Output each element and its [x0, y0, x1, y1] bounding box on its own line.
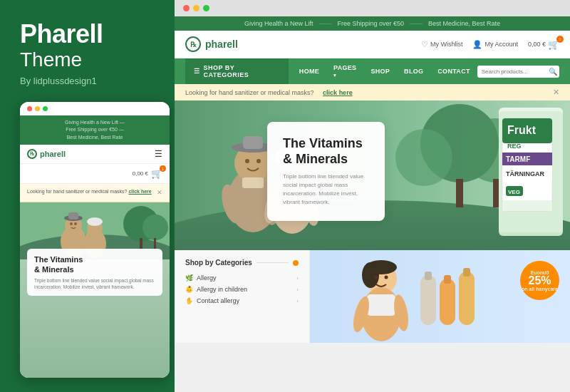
- user-icon: 👤: [472, 40, 482, 49]
- nav-categories-button[interactable]: ☰ SHOP BY CATEGORIES: [185, 58, 289, 84]
- cat-arrow-allergy: ›: [296, 275, 299, 282]
- mobile-mockup: Giving Health a New Lift — Free Shipping…: [20, 102, 170, 378]
- left-panel: Pharell Theme By lidplussdesign1 Giving …: [0, 0, 175, 392]
- mock-alert-link[interactable]: click here: [128, 189, 151, 194]
- desktop-mockup: Giving Health a New Lift —— Free Shippin…: [175, 0, 570, 392]
- desk-topbar-text1: Giving Health a New Lift: [244, 20, 314, 27]
- account-action[interactable]: 👤 My Account: [472, 40, 518, 49]
- cat-item-contact[interactable]: ✋ Contact allergy ›: [185, 295, 299, 306]
- svg-point-9: [70, 222, 73, 225]
- cat-title-line: [256, 262, 289, 263]
- mock-cart-row: 0,00 € 🛒 1: [20, 164, 170, 184]
- svg-point-60: [385, 276, 388, 279]
- nav-items: HOME PAGES ▾ SHOP BLOG CONTACT: [289, 58, 477, 84]
- mock-card-title: The Vitamins& Minerals: [34, 254, 155, 275]
- desk-alert-text: Looking for hand sanitizer or medical ma…: [185, 89, 314, 96]
- nav-blog[interactable]: BLOG: [397, 62, 430, 81]
- desk-dot-yellow: [193, 5, 200, 11]
- mock-alert-close-icon[interactable]: ✕: [157, 188, 162, 197]
- children-icon: 👶: [185, 286, 193, 293]
- svg-text:TARMF: TARMF: [506, 155, 530, 163]
- cat-arrow-contact: ›: [296, 298, 299, 304]
- promo-badge-percent: 25%: [528, 275, 551, 287]
- desktop-product-box: Frukt REG TARMF TÄRNINGAR VEG: [499, 108, 563, 236]
- desk-dot-green: [203, 5, 209, 11]
- svg-point-19: [395, 129, 452, 186]
- svg-text:REG: REG: [507, 143, 522, 150]
- svg-text:Frukt: Frukt: [507, 124, 537, 136]
- desk-alert-link[interactable]: click here: [323, 89, 353, 96]
- desktop-logo[interactable]: ℞ pharell: [185, 36, 238, 52]
- mock-header: ℞ pharell ☰: [20, 145, 170, 164]
- hamburger-icon: ☰: [194, 68, 200, 75]
- svg-point-28: [256, 159, 261, 163]
- heart-icon: ♡: [421, 40, 428, 49]
- cat-title-dot: [293, 260, 299, 266]
- cart-amount: 0,00 €: [528, 41, 546, 48]
- nav-shop[interactable]: SHOP: [363, 62, 397, 81]
- svg-rect-21: [456, 179, 463, 207]
- desktop-bottom: Shop by Categories 🌿 Allergy › 👶 Allergy…: [175, 250, 570, 343]
- desktop-hero: The Vitamins& Minerals Triple bottom lin…: [175, 100, 570, 250]
- mock-topbar-line2: Free Shipping over €50 —: [66, 127, 124, 132]
- desktop-cart[interactable]: 0,00 € 🛒 1: [528, 39, 559, 50]
- svg-rect-65: [440, 279, 455, 325]
- desk-topbar-text2: Free Shipping over €50: [337, 20, 404, 27]
- cat-item-allergy[interactable]: 🌿 Allergy ›: [185, 272, 299, 284]
- mock-alert-text: Looking for hand sanitizer or medical ma…: [27, 188, 152, 197]
- svg-rect-66: [444, 275, 451, 284]
- desk-rx-icon: ℞: [185, 36, 201, 52]
- cat-label-children: Allergy in children: [197, 286, 247, 293]
- pages-chevron-icon: ▾: [333, 73, 336, 78]
- desktop-topbar: Giving Health a New Lift —— Free Shippin…: [175, 16, 570, 31]
- promo-badge-suffix: on all hanycare: [522, 287, 558, 292]
- mock-topbar: Giving Health a New Lift — Free Shipping…: [20, 115, 170, 145]
- mock-dot-red: [27, 106, 32, 111]
- desk-alert-close-icon[interactable]: ✕: [553, 88, 559, 97]
- mock-cart-amount: 0,00 €: [133, 170, 148, 177]
- categories-title: Shop by Categories: [185, 259, 299, 267]
- cat-label-allergy: Allergy: [197, 274, 217, 282]
- brand-author: By lidplussdesign1: [20, 76, 160, 86]
- svg-rect-64: [425, 272, 432, 280]
- svg-rect-22: [493, 179, 499, 207]
- cat-label-contact: Contact allergy: [197, 297, 239, 304]
- desktop-nav: ☰ SHOP BY CATEGORIES HOME PAGES ▾ SHOP B…: [175, 58, 570, 84]
- promo-badge: Euorai0 25% on all hanycare: [520, 261, 559, 300]
- svg-point-12: [142, 215, 168, 240]
- right-panel: Giving Health a New Lift —— Free Shippin…: [175, 0, 570, 392]
- desk-topbar-text3: Best Medicine, Best Rate: [428, 20, 500, 27]
- svg-rect-14: [154, 238, 156, 249]
- svg-rect-5: [68, 212, 78, 220]
- svg-point-10: [74, 222, 77, 225]
- svg-rect-68: [463, 268, 470, 277]
- desk-topbar-sep1: ——: [318, 20, 331, 27]
- desktop-header: ℞ pharell ♡ My Wishlist 👤 My Account 0,0…: [175, 31, 570, 58]
- mock-logo: ℞ pharell: [27, 149, 66, 159]
- mock-cart-icon-wrap[interactable]: 🛒 1: [151, 168, 162, 179]
- nav-pages[interactable]: PAGES ▾: [326, 58, 363, 84]
- search-icon[interactable]: 🔍: [549, 68, 557, 76]
- svg-rect-63: [420, 275, 436, 325]
- nav-search-box[interactable]: 🔍: [477, 66, 559, 78]
- svg-rect-67: [459, 272, 475, 325]
- svg-rect-26: [243, 136, 263, 149]
- search-input[interactable]: [482, 68, 546, 75]
- categories-panel: Shop by Categories 🌿 Allergy › 👶 Allergy…: [175, 250, 310, 343]
- contact-icon: ✋: [185, 297, 193, 304]
- cat-item-children[interactable]: 👶 Allergy in children ›: [185, 284, 299, 295]
- wishlist-label: My Wishlist: [430, 41, 463, 48]
- mock-cart-badge: 1: [160, 165, 166, 172]
- brand-title: Pharell: [20, 20, 160, 48]
- desk-cart-icon-wrap[interactable]: 🛒 1: [548, 39, 559, 50]
- mock-rx-icon: ℞: [27, 149, 37, 159]
- nav-home[interactable]: HOME: [292, 62, 326, 81]
- mock-hero: The Vitamins& Minerals Triple bottom lin…: [20, 202, 170, 378]
- svg-text:TÄRNINGAR: TÄRNINGAR: [506, 170, 544, 177]
- mobile-hamburger-icon[interactable]: ☰: [155, 149, 162, 159]
- wishlist-action[interactable]: ♡ My Wishlist: [421, 40, 463, 49]
- nav-contact[interactable]: CONTACT: [430, 62, 477, 81]
- desktop-alert: Looking for hand sanitizer or medical ma…: [175, 84, 570, 100]
- mock-dot-green: [43, 106, 48, 111]
- mock-logo-text: pharell: [40, 150, 66, 158]
